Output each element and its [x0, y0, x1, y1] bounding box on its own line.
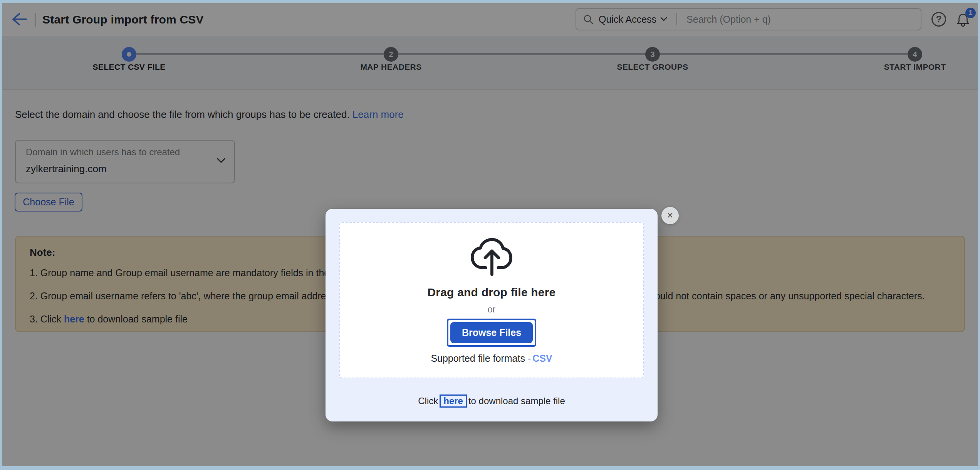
formats-label: Supported file formats -	[431, 353, 531, 364]
app-page: Start Group import from CSV Quick Access…	[2, 3, 978, 466]
modal-sample-file-link[interactable]: here	[440, 394, 467, 408]
dropzone-title: Drag and drop file here	[428, 286, 556, 299]
file-dropzone[interactable]: Drag and drop file here or Browse Files …	[339, 222, 644, 378]
dropzone-or-label: or	[488, 304, 495, 315]
modal-footer: Click here to download sample file	[326, 381, 658, 421]
sample-text-after: to download sample file	[468, 396, 565, 406]
supported-formats-text: Supported file formats -CSV	[431, 353, 552, 364]
browse-files-focus-ring: Browse Files	[447, 319, 536, 347]
browse-files-button[interactable]: Browse Files	[450, 322, 533, 343]
upload-file-modal: Drag and drop file here or Browse Files …	[326, 209, 658, 421]
csv-format-link[interactable]: CSV	[532, 353, 552, 364]
modal-close-icon[interactable]: ×	[661, 207, 679, 224]
cloud-upload-icon	[468, 237, 515, 277]
window-frame: Start Group import from CSV Quick Access…	[0, 0, 980, 470]
sample-text-before: Click	[418, 396, 438, 406]
